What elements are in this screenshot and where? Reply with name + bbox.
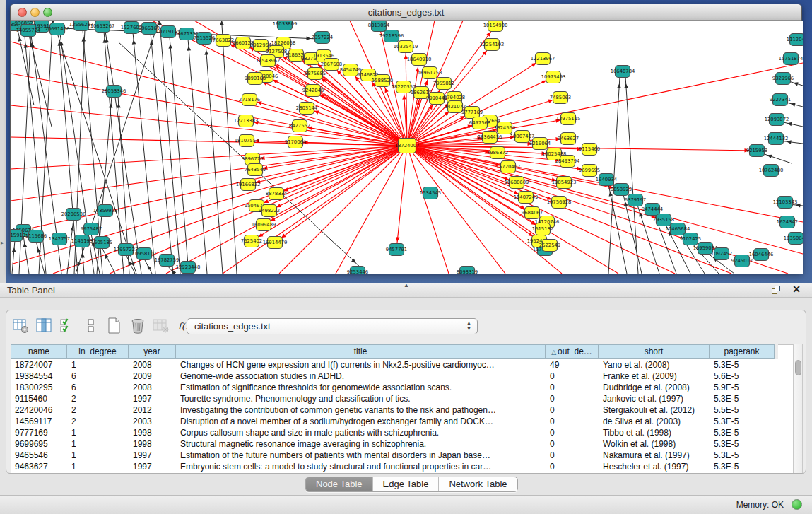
- table-cell-name[interactable]: 9777169: [11, 427, 68, 438]
- table-cell-name[interactable]: 9115460: [11, 393, 68, 404]
- column-header-pagerank[interactable]: pagerank: [710, 344, 775, 359]
- table-cell-pagerank[interactable]: 5.3E-5: [710, 393, 775, 404]
- table-cell-in_degree[interactable]: 1: [68, 438, 129, 450]
- table-cell-in_degree[interactable]: 6: [68, 370, 129, 382]
- table-row[interactable]: 1872400712008Changes of HCN gene express…: [11, 359, 793, 370]
- table-cell-year[interactable]: 1997: [129, 450, 177, 461]
- table-cell-out_degree[interactable]: 0: [546, 416, 599, 427]
- table-cell-short[interactable]: Yano et al. (2008): [599, 359, 710, 370]
- table-cell-name[interactable]: 9699695: [11, 438, 68, 450]
- table-cell-pagerank[interactable]: 5.6E-5: [710, 370, 775, 382]
- table-cell-year[interactable]: 1997: [129, 461, 177, 472]
- table-cell-title[interactable]: Disruption of a novel member of a sodium…: [177, 416, 546, 427]
- table-cell-short[interactable]: Nakamura et al. (1997): [599, 450, 710, 461]
- table-panel-titlebar[interactable]: Table Panel ▲ ✕: [0, 283, 812, 298]
- table-cell-in_degree[interactable]: 2: [68, 393, 129, 404]
- table-cell-pagerank[interactable]: 5.3E-5: [710, 427, 775, 438]
- column-header-year[interactable]: year: [129, 344, 176, 359]
- table-cell-in_degree[interactable]: 1: [68, 359, 129, 370]
- network-window[interactable]: citations_edges.txt 18724007188531649368…: [10, 4, 802, 273]
- table-cell-pagerank[interactable]: 5.5E-5: [710, 404, 775, 416]
- table-row[interactable]: 1830029562008Estimation of significance …: [11, 382, 793, 393]
- table-cell-out_degree[interactable]: 0: [546, 461, 599, 472]
- table-cell-short[interactable]: Hescheler et al. (1997): [599, 461, 710, 472]
- table-vertical-scrollbar[interactable]: [793, 344, 803, 473]
- table-row[interactable]: 946554611997Estimation of the future num…: [11, 450, 793, 461]
- network-canvas[interactable]: 1872400718853164936852111939131405572420…: [11, 21, 803, 274]
- table-cell-out_degree[interactable]: 0: [546, 438, 599, 450]
- table-cell-name[interactable]: 19384554: [11, 370, 68, 382]
- table-cell-out_degree[interactable]: 0: [546, 382, 599, 393]
- close-panel-icon[interactable]: ✕: [792, 284, 801, 295]
- trash-icon[interactable]: [129, 317, 147, 334]
- table-cell-title[interactable]: Embryonic stem cells: a model to study s…: [177, 461, 546, 472]
- table-cell-in_degree[interactable]: 2: [68, 404, 129, 416]
- table-cell-short[interactable]: Franke et al. (2009): [599, 370, 710, 382]
- left-splitter-strip[interactable]: ▸: [0, 0, 6, 283]
- table-cell-title[interactable]: Estimation of the future numbers of pati…: [177, 450, 546, 461]
- table-cell-name[interactable]: 22420046: [11, 404, 68, 416]
- table-cell-year[interactable]: 2003: [129, 416, 177, 427]
- table-row[interactable]: 946362711997Embryonic stem cells: a mode…: [11, 461, 793, 472]
- table-cell-name[interactable]: 9463627: [11, 461, 68, 472]
- table-cell-out_degree[interactable]: 49: [546, 359, 599, 370]
- table-cell-title[interactable]: Tourette syndrome. Phenomenology and cla…: [177, 393, 546, 404]
- table-row[interactable]: 977716911998Corpus callosum shape and si…: [11, 427, 793, 438]
- table-cell-pagerank[interactable]: 5.3E-5: [710, 450, 775, 461]
- table-cell-title[interactable]: Corpus callosum shape and size in male p…: [177, 427, 546, 438]
- table-cell-title[interactable]: Changes of HCN gene expression and I(f) …: [177, 359, 546, 370]
- column-header-title[interactable]: title: [176, 344, 546, 359]
- table-cell-year[interactable]: 1998: [129, 438, 177, 450]
- table-cell-out_degree[interactable]: 0: [546, 450, 599, 461]
- table-options-icon[interactable]: [12, 317, 30, 334]
- table-cell-in_degree[interactable]: 2: [68, 416, 129, 427]
- table-cell-title[interactable]: Estimation of significance thresholds fo…: [177, 382, 546, 393]
- splitter-handle-icon[interactable]: ▸: [1, 239, 4, 246]
- float-panel-icon[interactable]: [772, 286, 781, 295]
- table-cell-year[interactable]: 1998: [129, 427, 177, 438]
- tab-network-table[interactable]: Network Table: [439, 477, 517, 491]
- delete-table-icon[interactable]: [152, 317, 170, 334]
- tab-edge-table[interactable]: Edge Table: [373, 477, 440, 491]
- table-cell-pagerank[interactable]: 5.3E-5: [710, 359, 775, 370]
- table-cell-short[interactable]: Jankovic et al. (1997): [599, 393, 710, 404]
- table-cell-short[interactable]: Wolkin et al. (1998): [599, 438, 710, 450]
- column-header-in-degree[interactable]: in_degree: [67, 344, 129, 359]
- table-cell-pagerank[interactable]: 5.3E-5: [710, 438, 775, 450]
- table-cell-name[interactable]: 14569117: [11, 416, 68, 427]
- table-row[interactable]: 1456911722003Disruption of a novel membe…: [11, 416, 793, 427]
- table-cell-name[interactable]: 18724007: [11, 359, 68, 370]
- table-cell-year[interactable]: 2012: [129, 404, 177, 416]
- table-cell-year[interactable]: 1997: [129, 393, 177, 404]
- table-cell-in_degree[interactable]: 1: [68, 427, 129, 438]
- row-display-icon[interactable]: [82, 317, 100, 334]
- panel-resize-icon[interactable]: ▲: [404, 282, 409, 288]
- table-cell-pagerank[interactable]: 5.3E-5: [710, 461, 775, 472]
- network-view[interactable]: 1872400718853164936852111939131405572420…: [11, 21, 803, 274]
- column-header-short[interactable]: short: [599, 344, 710, 359]
- column-header-out-degree[interactable]: △out_de…: [546, 344, 599, 359]
- select-columns-icon[interactable]: [59, 317, 77, 334]
- table-cell-in_degree[interactable]: 6: [68, 382, 129, 393]
- tab-node-table[interactable]: Node Table: [306, 477, 373, 491]
- table-cell-title[interactable]: Structural magnetic resonance image aver…: [177, 438, 546, 450]
- table-cell-short[interactable]: Stergiakouli et al. (2012): [599, 404, 710, 416]
- table-cell-in_degree[interactable]: 1: [68, 461, 129, 472]
- network-window-titlebar[interactable]: citations_edges.txt: [11, 4, 801, 21]
- table-row[interactable]: 1938455462009Genome-wide association stu…: [11, 370, 793, 382]
- table-cell-year[interactable]: 2008: [129, 359, 177, 370]
- table-cell-title[interactable]: Genome-wide association studies in ADHD.: [177, 370, 546, 382]
- table-row[interactable]: 911546021997Tourette syndrome. Phenomeno…: [11, 393, 793, 404]
- table-cell-out_degree[interactable]: 0: [546, 404, 599, 416]
- table-cell-short[interactable]: de Silva et al. (2003): [599, 416, 710, 427]
- table-cell-out_degree[interactable]: 0: [546, 393, 599, 404]
- table-cell-name[interactable]: 9465546: [11, 450, 68, 461]
- table-cell-short[interactable]: Tibbo et al. (1998): [599, 427, 710, 438]
- table-cell-year[interactable]: 2009: [129, 370, 177, 382]
- table-row[interactable]: 969969511998Structural magnetic resonanc…: [11, 438, 793, 450]
- table-cell-year[interactable]: 2008: [129, 382, 177, 393]
- table-cell-short[interactable]: Dudbridge et al. (2008): [599, 382, 710, 393]
- table-cell-title[interactable]: Investigating the contribution of common…: [177, 404, 546, 416]
- table-selector-dropdown[interactable]: citations_edges.txt ▲▼: [187, 318, 478, 334]
- table-cell-in_degree[interactable]: 1: [68, 450, 129, 461]
